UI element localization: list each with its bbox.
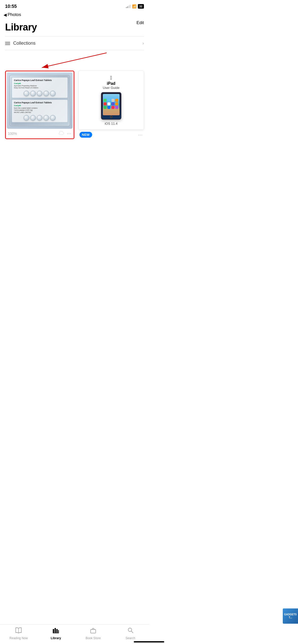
status-time: 10:55	[5, 4, 17, 9]
battery-indicator: 32	[138, 4, 144, 9]
wifi-icon: 📶	[132, 4, 136, 8]
divider-bottom	[5, 50, 144, 50]
cloud-icon	[59, 131, 64, 136]
ipad-home-btn	[110, 116, 112, 118]
arrow-annotation	[0, 50, 149, 71]
empty-space	[0, 144, 149, 195]
edit-button[interactable]: Edit	[137, 20, 144, 25]
more-dots-ipad[interactable]: ⋯	[138, 132, 143, 138]
book-card-ipad[interactable]:  iPad User Guide	[78, 71, 144, 139]
book-cover-ipad:  iPad User Guide	[78, 71, 144, 130]
status-bar: 10:55 📶 32	[0, 0, 149, 11]
book-card-caripill[interactable]: Carica Papaya Leaf Extract Tablets Carip…	[5, 71, 74, 139]
ipad-book-title: iPad	[107, 81, 115, 86]
collections-left: Collections	[5, 41, 36, 46]
strip-bottom: Carica Papaya Leaf Extract Tablets Carip…	[12, 100, 68, 122]
book-footer-caripill: 100% ⋯	[7, 129, 73, 137]
apple-logo: 	[110, 75, 112, 81]
book-footer-icons-caripill: ⋯	[59, 131, 72, 136]
new-badge: NEW	[79, 132, 92, 138]
hamburger-icon	[5, 42, 10, 45]
blister-pack: Carica Papaya Leaf Extract Tablets Carip…	[9, 75, 70, 126]
ipad-screen-icons	[103, 98, 120, 110]
back-arrow-icon: ◀	[4, 12, 7, 17]
more-dots-caripill[interactable]: ⋯	[67, 131, 72, 136]
status-icons: 📶 32	[126, 4, 144, 9]
collections-row[interactable]: Collections ›	[0, 37, 149, 50]
nav-bar: ◀ Photos	[0, 11, 149, 19]
book-footer-ipad: NEW ⋯	[78, 130, 144, 139]
collections-label: Collections	[13, 41, 36, 46]
chevron-right-icon: ›	[142, 41, 144, 46]
ipad-screen	[103, 94, 120, 115]
book-cover-caripill: Carica Papaya Leaf Extract Tablets Carip…	[7, 72, 73, 129]
book-progress-caripill: 100%	[8, 132, 17, 136]
ipad-version: iOS 11.4	[105, 122, 118, 125]
svg-line-1	[42, 53, 107, 68]
page-title: Library	[0, 19, 149, 33]
back-button[interactable]: Photos	[8, 12, 21, 17]
strip-top: Carica Papaya Leaf Extract Tablets Carip…	[12, 77, 68, 98]
books-grid: Carica Papaya Leaf Extract Tablets Carip…	[0, 71, 149, 144]
signal-icon	[126, 5, 130, 8]
ipad-book-subtitle: User Guide	[103, 86, 120, 90]
ipad-device-image	[101, 92, 121, 120]
